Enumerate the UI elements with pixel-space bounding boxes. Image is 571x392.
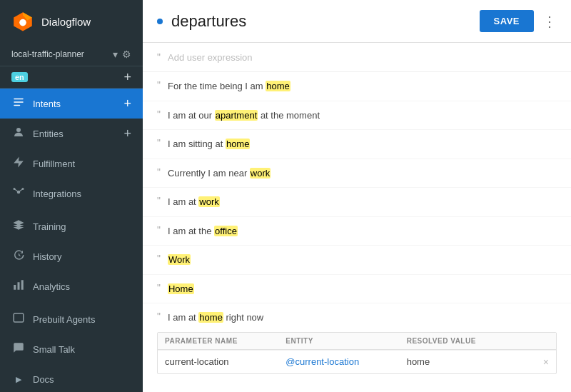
param-entity[interactable]: @current-location	[286, 356, 406, 367]
expression-row[interactable]: "I am sitting at home	[143, 130, 571, 159]
quote-icon: "	[157, 224, 161, 236]
sidebar-item-analytics[interactable]: Analytics	[0, 271, 143, 301]
agent-gear-icon[interactable]: ⚙	[122, 49, 131, 60]
svg-point-6	[16, 128, 21, 132]
svg-rect-13	[18, 282, 20, 290]
sidebar-item-docs-label: Docs	[33, 374, 131, 385]
sidebar-item-prebuilt-agents[interactable]: Prebuilt Agents	[0, 304, 143, 334]
sidebar-item-history-label: History	[33, 251, 131, 262]
sidebar-item-prebuilt-agents-label: Prebuilt Agents	[33, 314, 131, 325]
expression-text: For the time being I am home	[168, 79, 557, 94]
add-entity-button[interactable]: +	[123, 127, 131, 140]
sidebar-item-intents-label: Intents	[33, 99, 116, 109]
expression-text: I am sitting at home	[168, 137, 557, 151]
sidebar-logo: Dialogflow	[0, 0, 143, 43]
quote-icon: "	[157, 166, 161, 178]
quote-icon: "	[157, 51, 161, 63]
more-options-icon[interactable]: ⋮	[542, 13, 557, 30]
svg-rect-14	[21, 280, 24, 290]
svg-rect-3	[14, 99, 24, 100]
svg-rect-4	[14, 101, 24, 103]
dialogflow-logo-icon	[11, 10, 34, 33]
top-bar: departures SAVE ⋮	[143, 0, 571, 43]
expression-row[interactable]: "Home	[143, 275, 571, 304]
sidebar-item-small-talk[interactable]: Small Talk	[0, 334, 143, 364]
svg-line-11	[19, 189, 23, 193]
add-intent-button[interactable]: +	[123, 97, 131, 110]
quote-icon: "	[157, 195, 161, 206]
sidebar-item-integrations-label: Integrations	[33, 189, 131, 199]
expression-text: I am at the office	[168, 224, 557, 238]
sidebar-item-entities[interactable]: Entities +	[0, 119, 143, 149]
sidebar-item-history[interactable]: History	[0, 241, 143, 271]
expression-text: Currently I am near work	[168, 166, 557, 181]
delete-param-button[interactable]: ×	[527, 356, 549, 368]
quote-icon: "	[157, 253, 161, 264]
quote-icon: "	[157, 311, 161, 322]
add-language-button[interactable]: +	[123, 71, 131, 84]
expressions-list: "For the time being I am home"I am at ou…	[143, 72, 571, 374]
highlighted-entity: Work	[168, 254, 191, 265]
expression-text: I am at our apartment at the moment	[168, 109, 557, 123]
params-header-cell: PARAMETER NAME	[165, 337, 286, 345]
svg-rect-15	[14, 313, 24, 322]
param-name: current-location	[165, 356, 286, 367]
highlighted-entity: work	[250, 168, 271, 179]
expressions-area: " Add user expression "For the time bein…	[143, 43, 571, 392]
highlighted-entity: office	[214, 226, 238, 236]
expression-row[interactable]: "Work	[143, 246, 571, 275]
sidebar-item-training-label: Training	[33, 221, 131, 232]
expression-row[interactable]: "I am at home right now	[143, 303, 571, 332]
docs-chevron-icon: ▶	[11, 375, 26, 384]
sidebar: Dialogflow local-traffic-planner ▾ ⚙ en …	[0, 0, 143, 392]
analytics-icon	[11, 278, 26, 294]
highlighted-entity: apartment	[215, 110, 258, 121]
svg-line-10	[14, 189, 19, 193]
sidebar-item-training[interactable]: Training	[0, 211, 143, 241]
fulfillment-icon	[11, 156, 26, 171]
main-content: departures SAVE ⋮ " Add user expression …	[143, 0, 571, 392]
params-header-cell	[527, 337, 549, 345]
add-expression-placeholder[interactable]: Add user expression	[168, 52, 557, 63]
quote-icon: "	[157, 109, 161, 120]
params-section: PARAMETER NAMEENTITYRESOLVED VALUEcurren…	[157, 332, 557, 374]
intent-status-dot	[157, 19, 163, 24]
sidebar-item-small-talk-label: Small Talk	[33, 344, 131, 355]
highlighted-entity: work	[198, 196, 219, 207]
prebuilt-agents-icon	[11, 311, 26, 327]
highlighted-entity: home	[226, 139, 251, 149]
language-badge[interactable]: en	[11, 72, 28, 82]
expression-row[interactable]: "I am at work	[143, 188, 571, 217]
params-table-row: current-location@current-locationhome×	[158, 350, 556, 373]
history-icon	[11, 248, 26, 264]
quote-icon: "	[157, 282, 161, 293]
expression-row[interactable]: "For the time being I am home	[143, 72, 571, 101]
sidebar-item-docs[interactable]: ▶ Docs	[0, 367, 143, 392]
highlighted-entity: home	[198, 312, 223, 323]
expression-row[interactable]: "I am at the office	[143, 217, 571, 246]
expression-row[interactable]: "Currently I am near work	[143, 159, 571, 189]
svg-rect-5	[14, 105, 20, 106]
expression-text: Home	[168, 282, 557, 296]
save-button[interactable]: SAVE	[480, 10, 534, 32]
sidebar-agent[interactable]: local-traffic-planner ▾ ⚙	[0, 43, 143, 66]
logo-label: Dialogflow	[41, 16, 91, 28]
intent-title: departures	[171, 12, 471, 31]
add-expression-row[interactable]: " Add user expression	[143, 43, 571, 72]
sidebar-item-integrations[interactable]: Integrations	[0, 179, 143, 208]
highlighted-entity: Home	[168, 283, 194, 294]
param-resolved-value: home	[407, 356, 527, 367]
params-header-cell: RESOLVED VALUE	[407, 337, 527, 345]
expression-row[interactable]: "I am at our apartment at the moment	[143, 101, 571, 131]
svg-point-2	[19, 19, 26, 26]
sidebar-item-fulfillment-label: Fulfillment	[33, 159, 131, 169]
sidebar-item-entities-label: Entities	[33, 129, 116, 139]
agent-name: local-traffic-planner	[11, 49, 108, 59]
sidebar-item-fulfillment[interactable]: Fulfillment	[0, 149, 143, 179]
expression-text: I am at work	[168, 195, 557, 209]
agent-chevron-icon[interactable]: ▾	[113, 49, 118, 60]
quote-icon: "	[157, 137, 161, 149]
sidebar-item-intents[interactable]: Intents +	[0, 89, 143, 119]
svg-rect-12	[14, 285, 16, 290]
language-section: en +	[0, 66, 143, 89]
